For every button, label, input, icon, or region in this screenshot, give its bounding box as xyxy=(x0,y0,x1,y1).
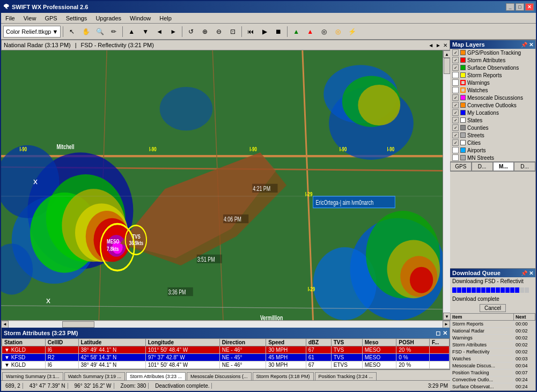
zoom-out-button[interactable]: ⊖ xyxy=(212,25,225,38)
menu-window[interactable]: Window xyxy=(128,14,153,23)
layer-watches[interactable]: Watches xyxy=(450,86,535,94)
layers-tab-d2[interactable]: D... xyxy=(514,162,535,171)
menu-file[interactable]: File xyxy=(3,14,17,23)
map-layers-close[interactable]: ✕ xyxy=(529,42,533,48)
map-nav-right[interactable]: ► xyxy=(436,42,441,48)
layers-tab-m[interactable]: M... xyxy=(493,162,514,171)
table-row[interactable]: ▼ KGLD I6 38° 49' 44.1" N 101° 50' 48.4"… xyxy=(2,346,450,354)
layer-checkbox-warnings[interactable] xyxy=(452,79,459,86)
maximize-button[interactable]: □ xyxy=(516,3,524,11)
layers-tab-d1[interactable]: D... xyxy=(472,162,493,171)
play-button[interactable]: ▶ xyxy=(258,25,271,38)
pan-tool-button[interactable]: ✋ xyxy=(79,25,92,38)
tab-warning-summary[interactable]: Warning Summary (3:1... xyxy=(2,372,63,380)
map-main[interactable]: 3:36 PM 3:51 PM 4:06 PM 4:21 PM xyxy=(1,50,443,320)
layer-checkbox-cities[interactable]: ✓ xyxy=(452,139,459,146)
layer-label-locations: My Locations xyxy=(467,110,499,116)
layer-warnings[interactable]: Warnings xyxy=(450,79,535,86)
download-queue-pin[interactable]: 📌 xyxy=(521,270,527,276)
map-layers-pin[interactable]: 📌 xyxy=(521,42,527,48)
layer-checkbox-storm-rpt[interactable] xyxy=(452,72,459,78)
layer-checkbox-locations[interactable]: ✓ xyxy=(452,109,459,116)
menu-help[interactable]: Help xyxy=(157,14,174,23)
layer-checkbox-counties[interactable]: ✓ xyxy=(452,124,459,131)
table-row[interactable]: ▼ KGLD I6 38° 49' 44.1" N 101° 50' 48.4"… xyxy=(2,361,450,369)
layer-label-watches: Watches xyxy=(467,87,488,93)
nav-up-button[interactable]: ▲ xyxy=(125,25,138,38)
layer-checkbox-watches[interactable] xyxy=(452,87,459,93)
storm-panel-float[interactable]: ◻ xyxy=(436,330,440,337)
map-horizontal-scrollbar[interactable]: ◄ ► xyxy=(1,320,450,328)
menu-gps[interactable]: GPS xyxy=(42,14,59,23)
loop-button[interactable]: ⏮ xyxy=(244,25,257,38)
cancel-button[interactable]: Cancel xyxy=(480,304,506,312)
layer-cities[interactable]: ✓ Cities xyxy=(450,139,535,146)
menu-view[interactable]: View xyxy=(21,14,39,23)
tab-mesoscale[interactable]: Mesoscale Discussions (... xyxy=(187,372,252,380)
lightning-button[interactable]: ⚡ xyxy=(345,25,358,38)
scroll-down-arrow[interactable]: ▼ xyxy=(443,313,450,320)
scroll-track[interactable] xyxy=(443,58,450,313)
nav-down-button[interactable]: ▼ xyxy=(139,25,152,38)
h-scroll-track[interactable] xyxy=(9,321,443,328)
nav-left-button[interactable]: ◄ xyxy=(153,25,166,38)
layer-checkbox-streets[interactable]: ✓ xyxy=(452,132,459,138)
layer-checkbox-states[interactable]: ✓ xyxy=(452,117,459,123)
layer-checkbox-airports[interactable] xyxy=(452,147,459,153)
layer-checkbox-mesoscale[interactable]: ✓ xyxy=(452,94,459,101)
minimize-button[interactable]: _ xyxy=(506,3,514,11)
stop-button[interactable]: ⏹ xyxy=(272,25,285,38)
map-close-btn[interactable]: ✕ xyxy=(443,42,447,48)
layer-mn-streets[interactable]: MN Streets xyxy=(450,154,535,161)
close-button[interactable]: ✕ xyxy=(525,3,534,11)
progress-seg-1 xyxy=(452,287,457,293)
gps-button[interactable]: ◎ xyxy=(332,25,344,38)
layer-convective[interactable]: ✓ Convective Outlooks xyxy=(450,101,535,109)
triangle-up-button[interactable]: ▲ xyxy=(290,25,303,38)
layer-surface-obs[interactable]: ✓ Surface Observations xyxy=(450,64,535,71)
draw-button[interactable]: ✏ xyxy=(107,25,120,38)
scroll-right-arrow[interactable]: ► xyxy=(443,321,450,328)
tab-watch-summary[interactable]: Watch Summary (3:19 ... xyxy=(64,372,125,380)
map-nav-left[interactable]: ◄ xyxy=(428,42,433,48)
tab-storm-attributes[interactable]: Storm Attributes (3:23 ... xyxy=(126,372,186,380)
layer-storm-attributes[interactable]: ✓ Storm Attributes xyxy=(450,56,535,64)
scroll-up-arrow[interactable]: ▲ xyxy=(443,50,450,58)
layer-mesoscale[interactable]: ✓ Mesoscale Discussions xyxy=(450,94,535,101)
tab-position-tracking[interactable]: Position Tracking (3:24 ... xyxy=(315,372,377,380)
menu-settings[interactable]: Settings xyxy=(64,14,90,23)
tab-storm-reports[interactable]: Storm Reports (3:18 PM) xyxy=(253,372,314,380)
layer-my-locations[interactable]: ✓ My Locations xyxy=(450,109,535,116)
cursor-tool-button[interactable]: ↖ xyxy=(65,25,78,38)
layer-checkbox-storm-attr[interactable]: ✓ xyxy=(452,57,459,63)
layer-gps-tracking[interactable]: ✓ GPS/Position Tracking xyxy=(450,49,535,56)
scroll-thumb[interactable] xyxy=(444,58,450,74)
search-button[interactable]: 🔍 xyxy=(93,25,106,38)
layers-tab-gps[interactable]: GPS xyxy=(450,162,472,171)
h-scroll-thumb[interactable] xyxy=(62,321,94,328)
table-row[interactable]: ▼ KFSD R2 42° 58' 14.3" N 97° 37' 42.8" … xyxy=(2,354,450,361)
color-relief-dropdown[interactable]: Color Relief.ttkgp ▼ xyxy=(3,26,61,38)
nav-right-button[interactable]: ► xyxy=(167,25,180,38)
map-vertical-scrollbar[interactable]: ▲ ▼ xyxy=(443,50,450,320)
layer-checkbox-surface-obs[interactable]: ✓ xyxy=(452,64,459,71)
scroll-left-arrow[interactable]: ◄ xyxy=(1,321,9,328)
layer-streets[interactable]: ✓ Streets xyxy=(450,131,535,139)
layer-states[interactable]: ✓ States xyxy=(450,116,535,124)
color-relief-label: Color Relief.ttkgp xyxy=(6,28,51,35)
layer-checkbox-gps[interactable]: ✓ xyxy=(452,49,459,56)
layer-storm-reports[interactable]: Storm Reports xyxy=(450,71,535,79)
zoom-in-button[interactable]: ⊕ xyxy=(198,25,211,38)
layer-counties[interactable]: ✓ Counties xyxy=(450,124,535,131)
col-latitude: Latitude xyxy=(78,339,145,346)
layer-checkbox-convective[interactable]: ✓ xyxy=(452,102,459,108)
menu-upgrades[interactable]: Upgrades xyxy=(93,14,123,23)
storm-panel-close[interactable]: ✕ xyxy=(443,330,447,337)
circle-button[interactable]: ◎ xyxy=(318,25,330,38)
zoom-loop-button[interactable]: ↺ xyxy=(185,25,197,38)
layer-airports[interactable]: Airports xyxy=(450,146,535,154)
triangle-down-button[interactable]: ▲ xyxy=(304,25,317,38)
download-queue-close[interactable]: ✕ xyxy=(529,270,533,276)
zoom-extent-button[interactable]: ⊡ xyxy=(226,25,239,38)
layer-checkbox-mn-streets[interactable] xyxy=(452,154,459,161)
